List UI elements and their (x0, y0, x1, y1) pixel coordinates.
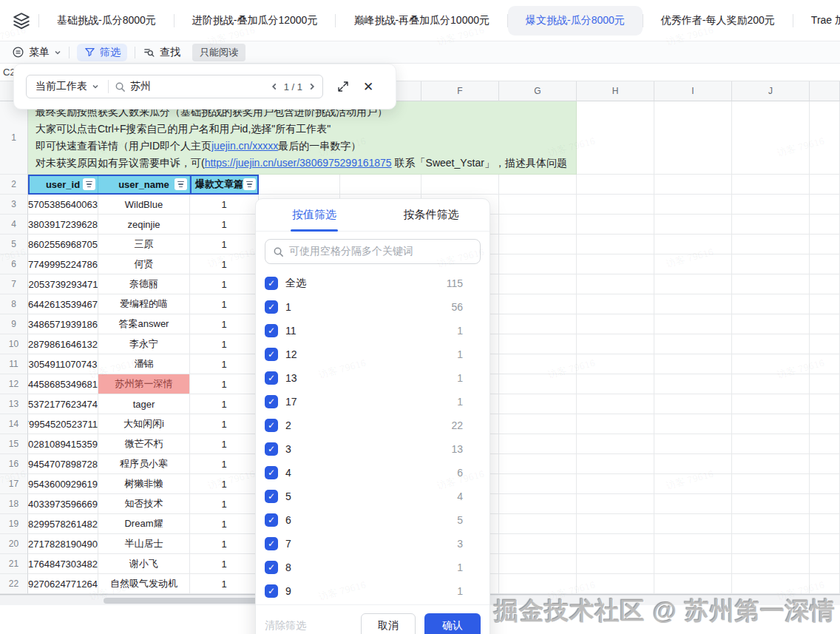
empty-cell[interactable] (810, 294, 840, 314)
article-count-cell[interactable]: 1 (190, 314, 259, 334)
filter-value-item[interactable]: ✓46 (256, 461, 490, 485)
checkbox-checked[interactable]: ✓ (265, 371, 278, 385)
row-number[interactable]: 11 (0, 354, 28, 374)
empty-cell[interactable] (577, 374, 654, 394)
empty-cell[interactable] (810, 175, 840, 195)
row-number[interactable]: 6 (0, 254, 28, 274)
empty-cell[interactable] (577, 215, 654, 235)
filter-value-item[interactable]: ✓131 (256, 366, 490, 390)
search-input[interactable]: 苏州 (130, 80, 270, 93)
empty-cell[interactable] (577, 514, 654, 534)
checkbox-checked[interactable]: ✓ (265, 277, 278, 290)
filter-value-item[interactable]: ✓全选115 (256, 272, 490, 295)
article-count-cell[interactable]: 1 (190, 195, 259, 215)
article-count-cell[interactable]: 1 (190, 534, 259, 554)
empty-cell[interactable] (654, 554, 732, 574)
user-name-cell[interactable]: 知否技术 (98, 494, 190, 514)
row-number[interactable]: 20 (0, 534, 28, 554)
user-id-cell[interactable]: 694547078987287 (28, 454, 98, 474)
empty-cell[interactable] (340, 175, 421, 195)
user-name-cell[interactable]: WildBlue (98, 195, 190, 215)
user-name-cell[interactable]: 爱编程的喵 (98, 294, 190, 314)
empty-cell[interactable] (654, 494, 732, 514)
row-number[interactable]: 12 (0, 374, 28, 394)
empty-cell[interactable] (577, 554, 654, 574)
filter-value-item[interactable]: ✓65 (256, 508, 490, 532)
empty-cell[interactable] (499, 514, 577, 534)
empty-cell[interactable] (499, 195, 577, 215)
empty-cell[interactable] (499, 354, 577, 374)
column-header-cell[interactable]: user_name (98, 175, 190, 195)
user-id-cell[interactable]: 627178281904907 (28, 534, 98, 554)
article-count-cell[interactable]: 1 (190, 254, 259, 274)
empty-cell[interactable] (654, 175, 732, 195)
filter-value-item[interactable]: ✓81 (256, 556, 490, 579)
article-count-cell[interactable]: 1 (190, 334, 259, 354)
row-number[interactable]: 9 (0, 314, 28, 334)
empty-cell[interactable] (577, 254, 654, 274)
empty-cell[interactable] (810, 394, 840, 414)
empty-cell[interactable] (810, 474, 840, 494)
sheets-stack-icon[interactable] (12, 11, 31, 30)
user-name-cell[interactable]: 程序员小寒 (98, 454, 190, 474)
empty-cell[interactable] (732, 215, 810, 235)
empty-cell[interactable] (499, 534, 577, 554)
empty-cell[interactable] (732, 394, 810, 414)
empty-cell[interactable] (654, 474, 732, 494)
empty-cell[interactable] (499, 334, 577, 354)
user-name-cell[interactable]: 奈德丽 (98, 274, 190, 294)
user-name-cell[interactable]: 何贤 (98, 254, 190, 274)
row-number[interactable]: 17 (0, 474, 28, 494)
empty-cell[interactable] (732, 175, 810, 195)
empty-cell[interactable] (654, 254, 732, 274)
empty-cell[interactable] (577, 175, 654, 195)
filter-value-item[interactable]: ✓156 (256, 295, 490, 319)
empty-cell[interactable] (499, 235, 577, 254)
user-name-cell[interactable]: Dream耀 (98, 514, 190, 534)
user-id-cell[interactable]: 957053856400634 (28, 195, 98, 215)
sheet-tab[interactable]: 巅峰挑战-再叠加瓜分10000元 (336, 6, 507, 36)
article-count-cell[interactable]: 1 (190, 235, 259, 254)
user-id-cell[interactable]: 028798616461326 (28, 334, 98, 354)
empty-cell[interactable] (577, 414, 654, 434)
user-name-cell[interactable]: 树獭非懒 (98, 474, 190, 494)
empty-cell[interactable] (732, 574, 810, 594)
prev-match-icon[interactable] (270, 82, 279, 91)
empty-cell[interactable] (810, 274, 840, 294)
empty-cell[interactable] (810, 254, 840, 274)
menu-button[interactable]: 菜单 (12, 46, 61, 59)
column-letter[interactable] (810, 81, 840, 101)
filter-value-item[interactable]: ✓54 (256, 485, 490, 508)
empty-cell[interactable] (499, 254, 577, 274)
empty-cell[interactable] (499, 374, 577, 394)
empty-cell[interactable] (810, 454, 840, 474)
sheet-tab[interactable]: 基础挑战-瓜分8000元 (39, 6, 174, 36)
checkbox-checked[interactable]: ✓ (265, 300, 278, 314)
empty-cell[interactable] (499, 554, 577, 574)
checkbox-checked[interactable]: ✓ (265, 419, 278, 432)
empty-cell[interactable] (732, 554, 810, 574)
user-id-cell[interactable]: 344586853496814 (28, 374, 98, 394)
tab-filter-by-value[interactable]: 按值筛选 (256, 199, 373, 231)
empty-cell[interactable] (732, 235, 810, 254)
empty-cell[interactable] (654, 314, 732, 334)
user-name-cell[interactable]: 大知闲闲i (98, 414, 190, 434)
empty-cell[interactable] (732, 334, 810, 354)
row-number[interactable]: 13 (0, 394, 28, 414)
empty-cell[interactable] (810, 434, 840, 454)
article-count-cell[interactable]: 1 (190, 574, 259, 594)
filter-value-item[interactable]: ✓222 (256, 414, 490, 437)
user-name-cell[interactable]: 半山居士 (98, 534, 190, 554)
empty-cell[interactable] (499, 434, 577, 454)
empty-cell[interactable] (654, 434, 732, 454)
next-match-icon[interactable] (308, 82, 316, 91)
empty-cell[interactable] (577, 454, 654, 474)
empty-cell[interactable] (577, 314, 654, 334)
empty-cell[interactable] (654, 374, 732, 394)
empty-cell[interactable] (577, 101, 654, 175)
empty-cell[interactable] (654, 215, 732, 235)
user-id-cell[interactable]: 634865719391869 (28, 314, 98, 334)
article-count-cell[interactable]: 1 (190, 454, 259, 474)
user-id-cell[interactable]: 838039172396280 (28, 215, 98, 235)
filter-value-item[interactable]: ✓121 (256, 343, 490, 366)
